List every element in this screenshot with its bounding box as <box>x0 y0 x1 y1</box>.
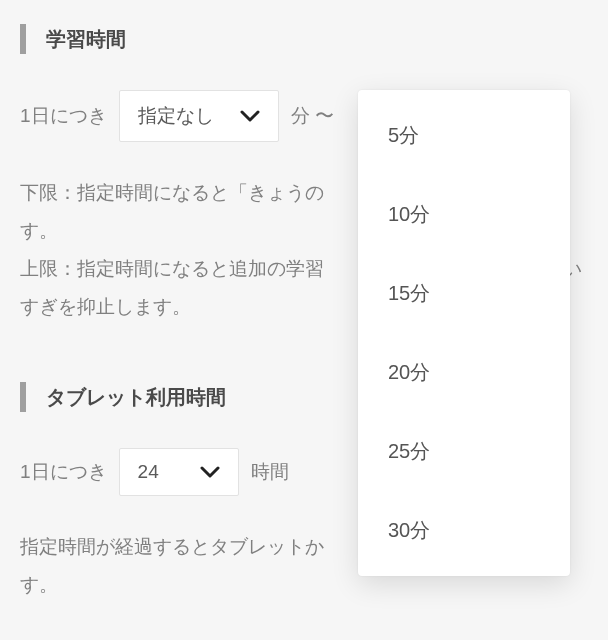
dropdown-option[interactable]: 5分 <box>358 96 570 175</box>
study-time-select[interactable]: 指定なし <box>119 90 279 142</box>
dropdown-option[interactable]: 25分 <box>358 412 570 491</box>
section-title: タブレット利用時間 <box>46 384 226 411</box>
unit-label: 時間 <box>251 459 289 485</box>
select-value: 指定なし <box>138 103 214 129</box>
unit-label: 分 〜 <box>291 103 334 129</box>
dropdown-option[interactable]: 15分 <box>358 254 570 333</box>
tablet-time-select[interactable]: 24 <box>119 448 239 496</box>
section-title: 学習時間 <box>46 26 126 53</box>
minutes-dropdown[interactable]: 5分 10分 15分 20分 25分 30分 <box>358 90 570 576</box>
dropdown-option[interactable]: 20分 <box>358 333 570 412</box>
select-value: 24 <box>138 461 159 483</box>
dropdown-option[interactable]: 10分 <box>358 175 570 254</box>
section-accent-bar <box>20 382 26 412</box>
chevron-down-icon <box>200 466 220 478</box>
dropdown-option[interactable]: 30分 <box>358 491 570 570</box>
section-header: 学習時間 <box>20 24 588 54</box>
row-prefix-label: 1日につき <box>20 459 107 485</box>
section-accent-bar <box>20 24 26 54</box>
row-prefix-label: 1日につき <box>20 103 107 129</box>
chevron-down-icon <box>240 110 260 122</box>
